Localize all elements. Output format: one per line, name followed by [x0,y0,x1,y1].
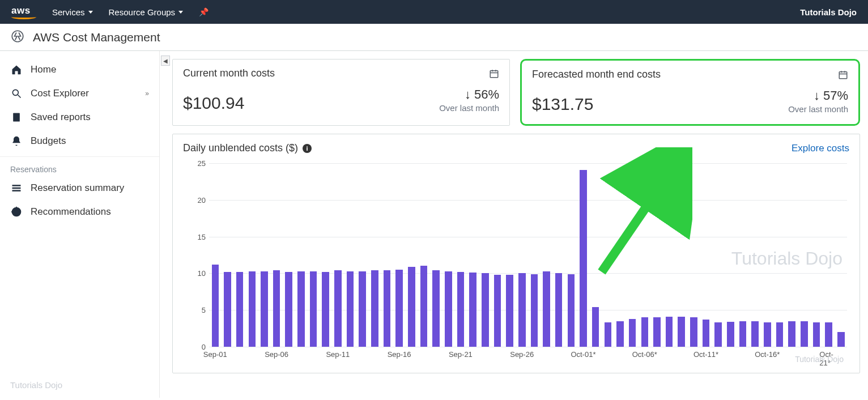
chart-bar[interactable] [788,321,795,347]
bell-icon [10,135,23,147]
sidebar-item-reservation-summary[interactable]: Reservation summary [0,176,159,200]
bar-slot [418,163,430,347]
aws-logo[interactable]: aws [11,5,36,19]
chart-bar[interactable] [261,271,268,347]
chart-bar[interactable] [482,273,489,347]
bar-slot [700,163,712,347]
chart-bar[interactable] [714,322,722,347]
bar-slot [675,163,688,347]
chart-bar[interactable] [322,272,329,347]
chart-bar[interactable] [543,271,550,347]
chart-bar[interactable] [690,317,697,347]
chart-bar[interactable] [334,270,342,347]
svg-line-2 [18,95,21,98]
chart-bar[interactable] [249,271,256,347]
x-tick: Sep-11 [326,350,350,359]
sidebar-item-saved-reports[interactable]: Saved reports [0,105,159,129]
chart-bar[interactable] [825,322,832,347]
chart-bar[interactable] [212,265,219,347]
forecast-amount: $131.75 [532,95,593,114]
info-icon[interactable]: i [303,144,312,153]
y-tick: 20 [198,195,206,204]
x-tick: Sep-21 [449,350,473,359]
chart-bar[interactable] [666,317,673,347]
chart-bar[interactable] [408,267,415,347]
chart-bar[interactable] [776,322,784,347]
chart-y-axis: 0510152025 [183,163,209,347]
bar-slot [233,163,246,347]
sidebar-item-recommendations[interactable]: Recommendations [0,200,159,224]
chart-bar[interactable] [371,270,378,347]
bar-slot [737,163,749,347]
service-bar: AWS Cost Management [0,24,868,51]
chart-bar[interactable] [703,320,710,347]
chart-bar[interactable] [273,270,280,347]
x-tick: Sep-01 [203,350,227,359]
chart-bar[interactable] [420,266,428,347]
chart-bar[interactable] [359,271,366,347]
bar-slot [222,163,234,347]
chart-bar[interactable] [457,272,465,347]
chart-bar[interactable] [568,274,575,347]
chart-bar[interactable] [727,322,734,347]
chart-bar[interactable] [641,317,649,347]
sidebar-item-label: Saved reports [31,112,91,123]
chart-bar[interactable] [297,271,305,347]
account-label: Tutorials Dojo [800,7,857,17]
sidebar-item-budgets[interactable]: Budgets [0,129,159,153]
chart-bar[interactable] [629,319,636,347]
arrow-down-icon: ↓ [814,88,820,103]
chart-bar[interactable] [531,274,538,347]
chart-bar[interactable] [347,271,354,347]
caret-down-icon [178,11,183,14]
chart-bar[interactable] [580,170,587,347]
chart-bar[interactable] [224,272,231,347]
nav-services[interactable]: Services [52,7,93,17]
chart-bar[interactable] [592,307,599,347]
x-tick: Oct-16* [755,350,780,359]
calendar-icon[interactable] [838,70,848,80]
nav-resource-groups[interactable]: Resource Groups [109,7,184,17]
chart-bar[interactable] [616,321,624,347]
chart-bar[interactable] [506,275,513,347]
arrow-down-icon: ↓ [465,87,471,102]
chart-bar[interactable] [555,273,563,347]
chart-bar[interactable] [236,272,244,347]
chart-bar[interactable] [739,321,747,347]
collapse-sidebar-button[interactable]: ◀ [161,56,170,66]
chart-bar[interactable] [432,270,440,347]
chart-bar[interactable] [801,321,808,347]
sidebar-item-home[interactable]: Home [0,58,159,82]
card-title: Forecasted month end costs [532,69,661,80]
layout: Home Cost Explorer » Saved reports Budge… [0,51,868,398]
bar-slot [504,163,516,347]
top-nav-left: aws Services Resource Groups 📌 [11,5,209,19]
bar-slot [810,163,823,347]
pin-icon[interactable]: 📌 [199,7,209,16]
chart-bar[interactable] [384,270,391,347]
chart-bar[interactable] [764,322,771,347]
chart-bar[interactable] [310,271,317,347]
bar-slot [749,163,761,347]
chart-bar[interactable] [494,275,501,347]
chart-bar[interactable] [837,332,845,347]
bar-slot [406,163,418,347]
chart-bar[interactable] [469,273,476,347]
chart-bar[interactable] [653,317,661,347]
chart-bar[interactable] [751,321,759,347]
chart-bar[interactable] [813,322,820,347]
sidebar-watermark: Tutorials Dojo [10,380,62,390]
chart-bar[interactable] [445,271,452,347]
sidebar-item-cost-explorer[interactable]: Cost Explorer » [0,82,159,105]
account-menu[interactable]: Tutorials Dojo [800,7,857,17]
chart-bar[interactable] [395,270,403,347]
calendar-icon[interactable] [489,69,499,79]
chart-bar[interactable] [605,322,612,347]
explore-costs-link[interactable]: Explore costs [792,143,849,154]
bar-slot [639,163,651,347]
bar-slot [270,163,283,347]
chart-bar[interactable] [285,272,292,347]
chart-bar[interactable] [678,317,685,347]
chart-bar[interactable] [518,273,526,347]
y-tick: 5 [202,306,206,314]
